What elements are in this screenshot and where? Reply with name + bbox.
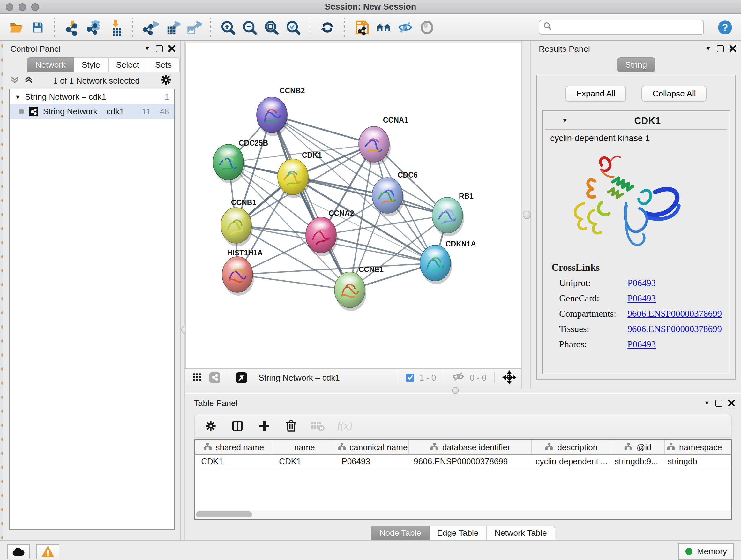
network-node-CDC25B[interactable]: CDC25B <box>213 139 268 183</box>
import-database-icon[interactable] <box>84 17 104 37</box>
column-header-shared-name[interactable]: shared name <box>195 440 273 454</box>
node-label-CDC6: CDC6 <box>398 171 418 179</box>
panel-menu-caret-icon[interactable]: ▼ <box>144 45 150 52</box>
horizontal-scrollbar[interactable] <box>195 509 731 519</box>
network-row[interactable]: String Network – cdk1 11 48 <box>10 104 175 119</box>
grid-view-icon[interactable] <box>190 370 204 384</box>
network-selection-status: 1 of 1 Network selected <box>39 76 155 85</box>
zoom-selected-icon[interactable] <box>283 17 302 37</box>
tab-string[interactable]: String <box>617 57 655 72</box>
network-node-CCNA1[interactable]: CCNA1 <box>359 116 408 165</box>
import-network-icon[interactable] <box>63 17 82 37</box>
tab-network-table[interactable]: Network Table <box>487 525 555 540</box>
table-cell[interactable]: CDK1 <box>273 455 335 469</box>
save-icon[interactable] <box>28 17 47 37</box>
collapse-all-button[interactable]: Collapse All <box>642 85 707 102</box>
panel-menu-caret-icon[interactable]: ▼ <box>704 400 710 406</box>
tab-network[interactable]: Network <box>27 57 74 72</box>
columns-icon[interactable] <box>230 419 245 433</box>
refresh-icon[interactable] <box>318 17 337 37</box>
table-cell[interactable]: CDK1 <box>195 455 273 469</box>
trash-icon[interactable] <box>284 419 298 433</box>
tab-select[interactable]: Select <box>109 57 147 72</box>
results-panel-tabs: String <box>531 55 741 72</box>
warning-button[interactable] <box>37 544 59 559</box>
network-node-CCNB1[interactable]: CCNB1 <box>221 198 256 246</box>
cloud-button[interactable] <box>7 544 30 559</box>
crosslink-link[interactable]: P06493 <box>627 278 656 289</box>
column-header-canonical-name[interactable]: canonical name <box>336 440 409 454</box>
zoom-in-icon[interactable] <box>218 17 238 37</box>
network-overview-icon[interactable] <box>209 372 220 383</box>
zoom-fit-icon[interactable] <box>262 17 281 37</box>
table-row[interactable]: CDK1CDK1P064939606.ENSP00000378699cyclin… <box>195 455 731 469</box>
network-node-CCNB2[interactable]: CCNB2 <box>257 86 305 136</box>
collection-caret-icon[interactable]: ▼ <box>15 94 21 100</box>
memory-button[interactable]: Memory <box>678 543 734 560</box>
column-header-description[interactable]: description <box>532 440 611 454</box>
birdseye-view-icon[interactable] <box>236 372 247 383</box>
network-node-CDKN1A[interactable]: CDKN1A <box>420 240 476 284</box>
doc-share-icon[interactable] <box>352 17 372 37</box>
table-cell[interactable]: stringdb <box>661 455 720 469</box>
column-header-name[interactable]: name <box>273 440 336 454</box>
close-panel-icon[interactable] <box>169 45 175 52</box>
network-node-RB1[interactable]: RB1 <box>432 192 474 236</box>
help-icon[interactable]: ? <box>716 17 735 37</box>
node-label-CDC25B: CDC25B <box>239 139 268 147</box>
table-splitter[interactable] <box>185 389 741 393</box>
gear-icon[interactable] <box>204 419 218 433</box>
close-panel-icon[interactable] <box>730 45 736 52</box>
search-input[interactable] <box>555 22 699 32</box>
network-node-HIST1H1A[interactable]: HIST1H1A <box>222 249 263 296</box>
table-cell[interactable]: cyclin-dependent ... <box>529 455 608 469</box>
float-panel-icon[interactable] <box>716 399 723 407</box>
gene-collapse-caret-icon[interactable]: ▼ <box>562 117 568 124</box>
homes-icon[interactable] <box>374 17 393 37</box>
right-splitter[interactable] <box>522 41 530 389</box>
table-cell[interactable]: 9606.ENSP00000378699 <box>407 455 529 469</box>
close-panel-icon[interactable] <box>728 400 735 406</box>
float-panel-icon[interactable] <box>717 45 724 52</box>
tab-node-table[interactable]: Node Table <box>371 525 429 540</box>
crosslink-link[interactable]: P06493 <box>627 339 656 350</box>
export-table-icon[interactable] <box>162 17 181 37</box>
column-header-namespace[interactable]: namespace <box>665 440 724 454</box>
right-splitter-handle[interactable] <box>523 211 531 219</box>
tab-edge-table[interactable]: Edge Table <box>429 525 487 540</box>
network-options-gear-icon[interactable] <box>159 73 172 88</box>
tab-sets[interactable]: Sets <box>147 57 180 72</box>
export-image-icon[interactable] <box>184 17 203 37</box>
open-folder-icon[interactable] <box>6 17 25 37</box>
export-network-icon[interactable] <box>140 17 159 37</box>
hide-icon[interactable] <box>396 17 415 37</box>
panel-menu-caret-icon[interactable]: ▼ <box>705 45 711 52</box>
column-header-database-identifier[interactable]: database identifier <box>409 440 532 454</box>
crosslink-link[interactable]: 9606.ENSP00000378699 <box>627 308 722 319</box>
network-collection-row[interactable]: ▼ String Network – cdk1 1 <box>10 89 175 104</box>
hidden-eye-slash-icon[interactable] <box>452 371 465 383</box>
gene-card-header[interactable]: ▼ CDK1 <box>542 111 730 129</box>
expand-all-icon[interactable] <box>24 76 33 85</box>
float-panel-icon[interactable] <box>156 45 163 52</box>
expand-all-button[interactable]: Expand All <box>565 85 626 102</box>
table-cell[interactable]: P06493 <box>335 455 407 469</box>
import-table-icon[interactable] <box>106 17 125 37</box>
add-icon[interactable] <box>257 419 271 433</box>
show-icon[interactable] <box>417 17 436 37</box>
collapse-all-icon[interactable] <box>10 76 19 85</box>
column-header--id[interactable]: @id <box>611 440 665 454</box>
table-cell[interactable]: stringdb:9... <box>608 455 661 469</box>
crosslink-link[interactable]: P06493 <box>627 293 656 304</box>
search-box[interactable] <box>539 19 704 35</box>
left-splitter[interactable] <box>181 41 185 540</box>
network-canvas[interactable]: CCNB2CCNA1CDC25BCDK1CDC6RB1CCNB1CCNA2CDK… <box>185 43 522 368</box>
move-crosshair-icon[interactable] <box>502 370 516 384</box>
scrollbar-thumb[interactable] <box>196 511 252 517</box>
tab-style[interactable]: Style <box>74 57 109 72</box>
network-edge[interactable] <box>238 274 350 290</box>
crosslink-link[interactable]: 9606.ENSP00000378699 <box>627 324 722 334</box>
zoom-out-icon[interactable] <box>240 17 259 37</box>
table-delete-icon <box>311 419 325 433</box>
selected-checkbox-icon[interactable] <box>406 373 414 381</box>
